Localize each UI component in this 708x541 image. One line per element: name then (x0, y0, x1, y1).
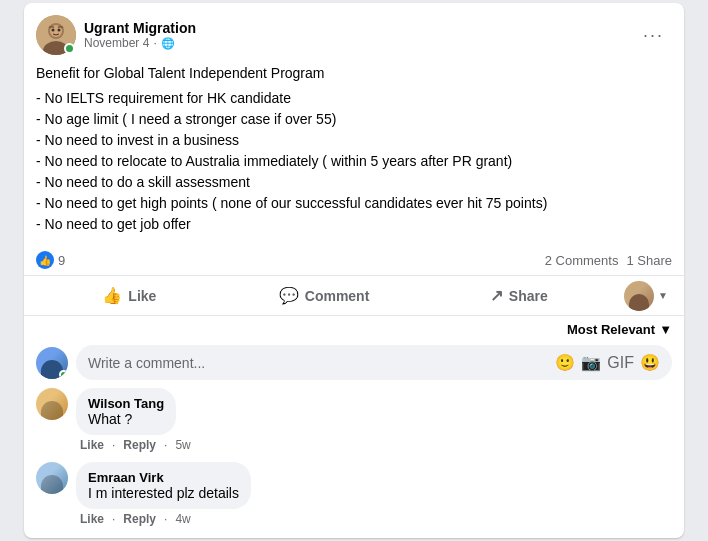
reactions-bar: 👍 9 2 Comments 1 Share (24, 245, 684, 276)
emraan-content: Emraan VirkI m interested plz detailsLik… (76, 462, 251, 526)
comment-action-icon: 💬 (279, 286, 299, 305)
post-title: Benefit for Global Talent Independent Pr… (36, 63, 672, 84)
wilson-like[interactable]: Like (80, 438, 104, 452)
like-button[interactable]: 👍 Like (32, 278, 227, 313)
sort-chevron-icon: ▼ (659, 322, 672, 337)
comment-item: Wilson TangWhat ?Like·Reply·5w (36, 388, 672, 452)
comment-emoji-icons: 🙂 📷 GIF 😃 (555, 353, 660, 372)
comment-item: Emraan VirkI m interested plz detailsLik… (36, 462, 672, 526)
post-card: Ugrant Migration November 4 · 🌐 ··· Bene… (24, 3, 684, 538)
post-meta: Ugrant Migration November 4 · 🌐 (84, 20, 196, 50)
sort-label: Most Relevant (567, 322, 655, 337)
post-body: - No IELTS requirement for HK candidate … (36, 88, 672, 235)
reactions-count: 9 (58, 253, 65, 268)
comment-input-row: Write a comment... 🙂 📷 GIF 😃 (24, 341, 684, 388)
more-options-button[interactable]: ··· (635, 22, 672, 48)
share-action-icon: ↗ (490, 286, 503, 305)
online-status-dot (64, 43, 75, 54)
post-line: - No need to invest in a business (36, 130, 672, 151)
svg-point-4 (52, 29, 55, 32)
emraan-reply[interactable]: Reply (123, 512, 156, 526)
wilson-silhouette (41, 401, 63, 420)
post-header: Ugrant Migration November 4 · 🌐 ··· (24, 15, 684, 63)
sort-bar[interactable]: Most Relevant ▼ (24, 316, 684, 341)
sticker-icon[interactable]: 😃 (640, 353, 660, 372)
like-label: Like (128, 288, 156, 304)
comment-placeholder: Write a comment... (88, 355, 205, 371)
post-date: November 4 · 🌐 (84, 36, 196, 50)
commenter-online-dot (59, 370, 68, 379)
emraan-meta: Like·Reply·4w (80, 512, 251, 526)
post-line: - No need to relocate to Australia immed… (36, 151, 672, 172)
post-line: - No need to get job offer (36, 214, 672, 235)
emraan-silhouette (41, 475, 63, 494)
page-name[interactable]: Ugrant Migration (84, 20, 196, 36)
wilson-reply[interactable]: Reply (123, 438, 156, 452)
page-avatar (36, 15, 76, 55)
emraan-text: I m interested plz details (88, 485, 239, 501)
emraan-bubble: Emraan VirkI m interested plz details (76, 462, 251, 509)
like-icon: 👍 (36, 251, 54, 269)
reaction-right: 2 Comments 1 Share (545, 253, 672, 268)
comments-count[interactable]: 2 Comments (545, 253, 619, 268)
svg-point-5 (58, 29, 61, 32)
post-content: Benefit for Global Talent Independent Pr… (24, 63, 684, 245)
wilson-bubble: Wilson TangWhat ? (76, 388, 176, 435)
emraan-avatar (36, 462, 68, 494)
chevron-down-icon: ▼ (658, 290, 668, 301)
action-bar: 👍 Like 💬 Comment ↗ Share ▼ (24, 276, 684, 316)
commenter-avatar (36, 347, 68, 379)
post-line: - No need to do a skill assessment (36, 172, 672, 193)
camera-icon[interactable]: 📷 (581, 353, 601, 372)
emraan-name[interactable]: Emraan Virk (88, 470, 239, 485)
post-line: - No need to get high points ( none of o… (36, 193, 672, 214)
comment-label: Comment (305, 288, 370, 304)
wilson-avatar (36, 388, 68, 420)
emoji-icon[interactable]: 🙂 (555, 353, 575, 372)
reaction-left: 👍 9 (36, 251, 65, 269)
wilson-time: 5w (175, 438, 190, 452)
share-button[interactable]: ↗ Share (421, 278, 616, 313)
comments-section: Wilson TangWhat ?Like·Reply·5wEmraan Vir… (24, 388, 684, 538)
comment-input-box[interactable]: Write a comment... 🙂 📷 GIF 😃 (76, 345, 672, 380)
gif-icon[interactable]: GIF (607, 354, 634, 372)
wilson-content: Wilson TangWhat ?Like·Reply·5w (76, 388, 191, 452)
like-action-icon: 👍 (102, 286, 122, 305)
globe-icon: 🌐 (161, 37, 175, 50)
user-avatar-small (624, 281, 654, 311)
shares-count[interactable]: 1 Share (626, 253, 672, 268)
wilson-meta: Like·Reply·5w (80, 438, 191, 452)
wilson-name[interactable]: Wilson Tang (88, 396, 164, 411)
user-avatar-silhouette (629, 294, 649, 311)
profile-action-area[interactable]: ▼ (616, 278, 676, 313)
share-label: Share (509, 288, 548, 304)
post-line: - No age limit ( I need a stronger case … (36, 109, 672, 130)
comment-button[interactable]: 💬 Comment (227, 278, 422, 313)
wilson-text: What ? (88, 411, 164, 427)
post-header-left: Ugrant Migration November 4 · 🌐 (36, 15, 196, 55)
emraan-like[interactable]: Like (80, 512, 104, 526)
emraan-time: 4w (175, 512, 190, 526)
post-line: - No IELTS requirement for HK candidate (36, 88, 672, 109)
